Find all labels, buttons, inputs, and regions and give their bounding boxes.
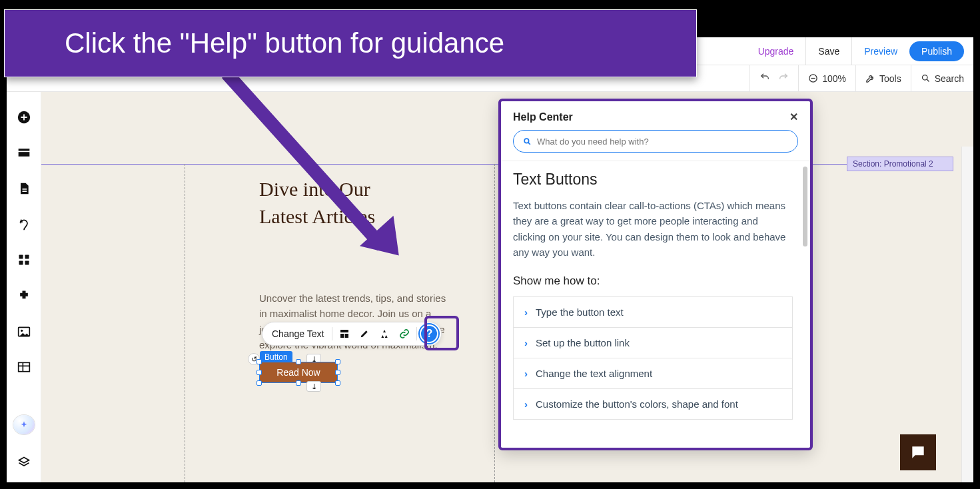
help-center-body: Text Buttons Text buttons contain clear … bbox=[501, 161, 810, 448]
search-label: Search bbox=[935, 73, 964, 84]
help-item[interactable]: › Customize the button's colors, shape a… bbox=[513, 388, 793, 420]
help-item-label: Set up the button link bbox=[536, 337, 630, 348]
left-sidebar bbox=[7, 92, 41, 482]
ai-assistant-button[interactable] bbox=[13, 415, 35, 434]
design-icon[interactable] bbox=[15, 217, 33, 233]
svg-point-14 bbox=[21, 329, 23, 331]
search-control[interactable]: Search bbox=[911, 65, 973, 91]
pages-icon[interactable] bbox=[15, 181, 33, 197]
svg-rect-18 bbox=[340, 330, 348, 332]
zoom-value: 100% bbox=[822, 73, 846, 84]
plugins-icon[interactable] bbox=[15, 288, 33, 304]
svg-point-2 bbox=[922, 75, 927, 81]
undo-redo-group bbox=[749, 65, 798, 91]
save-button[interactable]: Save bbox=[805, 37, 852, 65]
resize-handle[interactable] bbox=[256, 370, 262, 375]
help-article-desc: Text buttons contain clear call-to-actio… bbox=[513, 198, 793, 260]
chevron-right-icon: › bbox=[524, 337, 528, 348]
svg-point-21 bbox=[524, 139, 529, 143]
layout-icon[interactable] bbox=[335, 324, 354, 343]
section-label-text: Section: Promotional 2 bbox=[853, 159, 933, 169]
help-center-header: Help Center ✕ bbox=[501, 101, 810, 130]
canvas-scrollbar[interactable] bbox=[961, 147, 973, 482]
svg-rect-8 bbox=[22, 191, 27, 192]
instruction-text: Click the "Help" button for guidance bbox=[65, 27, 504, 59]
column-guide-left bbox=[185, 164, 185, 482]
tools-menu[interactable]: Tools bbox=[855, 65, 911, 91]
add-button[interactable] bbox=[15, 109, 33, 125]
resize-handle[interactable] bbox=[256, 359, 262, 364]
help-center-title: Help Center bbox=[513, 111, 573, 123]
link-icon[interactable] bbox=[395, 324, 414, 343]
table-icon[interactable] bbox=[15, 360, 33, 376]
help-button[interactable]: ? bbox=[420, 324, 438, 343]
element-toolbar: Change Text ? bbox=[262, 322, 442, 346]
resize-handle[interactable] bbox=[256, 380, 262, 386]
svg-rect-20 bbox=[345, 334, 348, 338]
publish-button[interactable]: Publish bbox=[909, 41, 964, 61]
upgrade-link[interactable]: Upgrade bbox=[758, 46, 794, 57]
help-item[interactable]: › Set up the button link bbox=[513, 327, 793, 358]
redo-button[interactable] bbox=[778, 72, 789, 85]
resize-handle[interactable] bbox=[296, 380, 301, 386]
change-text-button[interactable]: Change Text bbox=[272, 328, 329, 339]
help-item-label: Customize the button's colors, shape and… bbox=[536, 398, 738, 410]
svg-rect-19 bbox=[340, 334, 344, 338]
chat-button[interactable] bbox=[900, 434, 936, 470]
svg-rect-11 bbox=[19, 261, 23, 265]
section-outline bbox=[41, 164, 953, 165]
help-search[interactable] bbox=[513, 130, 798, 153]
help-item-label: Type the button text bbox=[536, 306, 624, 318]
help-center-panel: Help Center ✕ Text Buttons Text buttons … bbox=[498, 99, 813, 450]
column-guide-right bbox=[494, 164, 495, 482]
help-item-label: Change the text alignment bbox=[536, 368, 652, 379]
help-howto-heading: Show me how to: bbox=[513, 274, 793, 288]
app-frame: Upgrade Save Preview Publish 100% Tools … bbox=[7, 37, 973, 482]
svg-rect-12 bbox=[25, 261, 29, 265]
resize-handle[interactable] bbox=[335, 380, 340, 386]
svg-rect-15 bbox=[18, 363, 29, 372]
svg-line-3 bbox=[927, 79, 929, 81]
apps-icon[interactable] bbox=[15, 252, 33, 268]
resize-handle[interactable] bbox=[335, 359, 340, 364]
help-scrollbar[interactable] bbox=[803, 167, 807, 246]
svg-line-22 bbox=[528, 142, 530, 144]
preview-link[interactable]: Preview bbox=[864, 46, 897, 57]
tools-label: Tools bbox=[879, 73, 901, 84]
resize-handle[interactable] bbox=[296, 359, 301, 364]
zoom-control[interactable]: 100% bbox=[798, 65, 855, 91]
help-search-input[interactable] bbox=[537, 137, 788, 147]
svg-rect-10 bbox=[25, 255, 29, 259]
instruction-banner: Click the "Help" button for guidance bbox=[4, 9, 697, 77]
svg-rect-5 bbox=[18, 149, 29, 151]
svg-rect-7 bbox=[22, 189, 27, 190]
help-item[interactable]: › Change the text alignment bbox=[513, 358, 793, 389]
sections-icon[interactable] bbox=[15, 145, 33, 161]
section-label[interactable]: Section: Promotional 2 bbox=[847, 157, 953, 171]
search-icon bbox=[523, 137, 532, 146]
editor-canvas[interactable]: Section: Promotional 2 Dive into Our Lat… bbox=[41, 92, 973, 482]
chevron-right-icon: › bbox=[524, 398, 528, 410]
close-icon[interactable]: ✕ bbox=[789, 111, 798, 123]
chevron-right-icon: › bbox=[524, 368, 528, 379]
help-article-title: Text Buttons bbox=[513, 171, 793, 189]
resize-handle[interactable] bbox=[335, 370, 340, 375]
layers-icon[interactable] bbox=[15, 454, 33, 470]
read-now-label: Read Now bbox=[276, 367, 320, 378]
design-brush-icon[interactable] bbox=[355, 324, 374, 343]
svg-rect-6 bbox=[18, 153, 29, 157]
media-icon[interactable] bbox=[15, 324, 33, 340]
attach-bottom-icon[interactable]: ⤓ bbox=[306, 381, 321, 392]
animation-icon[interactable] bbox=[375, 324, 394, 343]
help-item[interactable]: › Type the button text bbox=[513, 296, 793, 328]
undo-button[interactable] bbox=[759, 72, 770, 85]
chevron-right-icon: › bbox=[524, 306, 528, 318]
svg-rect-9 bbox=[19, 255, 23, 259]
